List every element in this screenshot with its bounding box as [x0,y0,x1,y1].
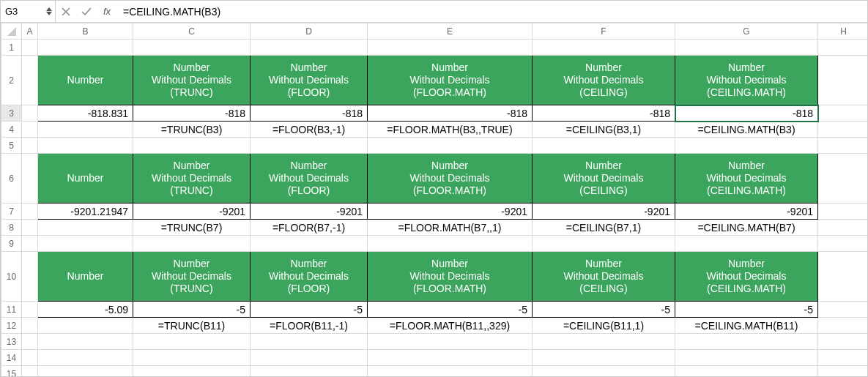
cell-D1[interactable] [251,40,368,56]
cell-D5[interactable] [251,138,368,154]
row-header-9[interactable]: 9 [1,236,22,252]
cell-H1[interactable] [818,40,868,56]
cell-G12[interactable]: =CEILING.MATH(B11) [675,318,818,334]
cell-C11[interactable]: -5 [133,302,251,318]
cell-E8[interactable]: =FLOOR.MATH(B7,,1) [368,220,533,236]
cell-C13[interactable] [133,334,251,350]
cell-H12[interactable] [818,318,868,334]
cell-G3[interactable]: -818 [675,105,818,122]
cell-C4[interactable]: =TRUNC(B3) [133,122,251,138]
cell-B15[interactable] [38,366,133,377]
cell-E10[interactable]: Number Without Decimals (FLOOR.MATH) [368,252,533,302]
row-header-2[interactable]: 2 [1,56,22,105]
cell-F9[interactable] [533,236,675,252]
cell-F11[interactable]: -5 [533,302,675,318]
cancel-formula-button[interactable] [56,1,76,22]
cell-G5[interactable] [675,138,818,154]
cell-B12[interactable] [38,318,133,334]
cell-C1[interactable] [133,40,251,56]
cell-C12[interactable]: =TRUNC(B11) [133,318,251,334]
cell-E7[interactable]: -9201 [368,204,533,220]
cell-F5[interactable] [533,138,675,154]
cell-C14[interactable] [133,350,251,366]
row-header-6[interactable]: 6 [1,154,22,204]
column-header-F[interactable]: F [533,23,675,40]
cell-H3[interactable] [818,105,868,122]
column-header-D[interactable]: D [251,23,368,40]
cell-G2[interactable]: Number Without Decimals (CEILING.MATH) [675,56,818,105]
cell-D14[interactable] [251,350,368,366]
cell-E1[interactable] [368,40,533,56]
cell-B8[interactable] [38,220,133,236]
name-box-stepper[interactable] [45,1,55,22]
cell-D13[interactable] [251,334,368,350]
cell-H7[interactable] [818,204,868,220]
column-header-B[interactable]: B [38,23,133,40]
cell-B1[interactable] [38,40,133,56]
cell-A5[interactable] [22,138,38,154]
cell-B6[interactable]: Number [38,154,133,204]
cell-F14[interactable] [533,350,675,366]
cell-H14[interactable] [818,350,868,366]
cell-B4[interactable] [38,122,133,138]
cell-G8[interactable]: =CEILING.MATH(B7) [675,220,818,236]
cell-H6[interactable] [818,154,868,204]
cell-F8[interactable]: =CEILING(B7,1) [533,220,675,236]
select-all-corner[interactable] [1,23,22,40]
cell-G4[interactable]: =CEILING.MATH(B3) [675,122,818,138]
cell-D3[interactable]: -818 [251,105,368,122]
cell-E5[interactable] [368,138,533,154]
cell-A14[interactable] [22,350,38,366]
cell-A15[interactable] [22,366,38,377]
cell-B11[interactable]: -5.09 [38,302,133,318]
cell-H2[interactable] [818,56,868,105]
cell-F2[interactable]: Number Without Decimals (CEILING) [533,56,675,105]
cell-A1[interactable] [22,40,38,56]
cell-D10[interactable]: Number Without Decimals (FLOOR) [251,252,368,302]
cell-B3[interactable]: -818.831 [38,105,133,122]
cell-E6[interactable]: Number Without Decimals (FLOOR.MATH) [368,154,533,204]
row-header-11[interactable]: 11 [1,302,22,318]
formula-input[interactable] [117,6,867,18]
cell-H5[interactable] [818,138,868,154]
cell-F1[interactable] [533,40,675,56]
cell-H8[interactable] [818,220,868,236]
cell-B7[interactable]: -9201.21947 [38,204,133,220]
column-header-H[interactable]: H [818,23,868,40]
row-header-15[interactable]: 15 [1,366,22,377]
cell-B14[interactable] [38,350,133,366]
cell-E12[interactable]: =FLOOR.MATH(B11,,329) [368,318,533,334]
cell-D9[interactable] [251,236,368,252]
cell-E2[interactable]: Number Without Decimals (FLOOR.MATH) [368,56,533,105]
cell-A8[interactable] [22,220,38,236]
cell-C10[interactable]: Number Without Decimals (TRUNC) [133,252,251,302]
cell-D15[interactable] [251,366,368,377]
cell-A11[interactable] [22,302,38,318]
cell-C2[interactable]: Number Without Decimals (TRUNC) [133,56,251,105]
cell-G1[interactable] [675,40,818,56]
cell-D11[interactable]: -5 [251,302,368,318]
cell-G9[interactable] [675,236,818,252]
column-header-G[interactable]: G [675,23,818,40]
row-header-12[interactable]: 12 [1,318,22,334]
cell-G11[interactable]: -5 [675,302,818,318]
cell-A6[interactable] [22,154,38,204]
cell-H15[interactable] [818,366,868,377]
fx-button[interactable]: fx [97,1,117,22]
cell-G13[interactable] [675,334,818,350]
cell-B2[interactable]: Number [38,56,133,105]
cell-G7[interactable]: -9201 [675,204,818,220]
cell-H11[interactable] [818,302,868,318]
cell-D8[interactable]: =FLOOR(B7,-1) [251,220,368,236]
cell-C9[interactable] [133,236,251,252]
cell-G14[interactable] [675,350,818,366]
cell-C8[interactable]: =TRUNC(B7) [133,220,251,236]
row-header-3[interactable]: 3 [1,105,22,122]
cell-C6[interactable]: Number Without Decimals (TRUNC) [133,154,251,204]
cell-D4[interactable]: =FLOOR(B3,-1) [251,122,368,138]
cell-E3[interactable]: -818 [368,105,533,122]
row-header-10[interactable]: 10 [1,252,22,302]
cell-F13[interactable] [533,334,675,350]
cell-F4[interactable]: =CEILING(B3,1) [533,122,675,138]
cell-F10[interactable]: Number Without Decimals (CEILING) [533,252,675,302]
